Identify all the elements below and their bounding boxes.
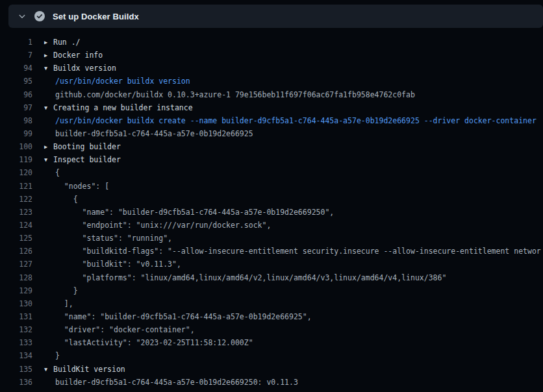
log-line: 128 "platforms": "linux/amd64,linux/amd6… [0, 271, 543, 284]
log-group-label: Docker info [53, 51, 103, 60]
line-number[interactable]: 119 [0, 153, 32, 166]
log-output-text: "endpoint": "unix:///var/run/docker.sock… [32, 219, 271, 232]
log-line: 132 "driver": "docker-container", [0, 323, 543, 336]
line-number[interactable]: 126 [0, 245, 32, 258]
log-line: 127 "buildkit": "v0.11.3", [0, 258, 543, 271]
line-number[interactable]: 96 [0, 88, 32, 101]
log-output-text: "buildkitd-flags": "--allow-insecure-ent… [32, 245, 541, 258]
log-line: 96github.com/docker/buildx 0.10.3+azure-… [0, 88, 543, 101]
log-line: 95/usr/bin/docker buildx version [0, 75, 543, 88]
line-number[interactable]: 121 [0, 180, 32, 193]
log-group-toggle[interactable]: ▼Inspect builder [32, 153, 121, 166]
log-line[interactable]: 100▶Booting builder [0, 140, 543, 153]
line-number[interactable]: 134 [0, 349, 32, 362]
log-output-text: "status": "running", [32, 232, 172, 245]
log-output-text: builder-d9cfb5a1-c764-445a-a57e-0b19d2e6… [32, 127, 253, 140]
log-output-text: { [32, 193, 78, 206]
line-number[interactable]: 94 [0, 62, 32, 75]
log-group-label: BuildKit version [53, 365, 125, 374]
line-number[interactable]: 100 [0, 140, 32, 153]
triangle-down-icon[interactable]: ▼ [44, 153, 53, 166]
log-output-text: } [32, 284, 78, 297]
log-line: 125 "status": "running", [0, 232, 543, 245]
log-group-toggle[interactable]: ▶Run ./ [32, 36, 81, 49]
log-group-toggle[interactable]: ▶Booting builder [32, 140, 121, 153]
log-group-label: Creating a new builder instance [53, 103, 193, 112]
log-line: 131 "name": "builder-d9cfb5a1-c764-445a-… [0, 310, 543, 323]
line-number[interactable]: 123 [0, 206, 32, 219]
log-output-text: github.com/docker/buildx 0.10.3+azure-1 … [32, 88, 415, 101]
line-number[interactable]: 7 [0, 49, 32, 62]
log-group-toggle[interactable]: ▼BuildKit version [32, 363, 125, 376]
line-number[interactable]: 1 [0, 36, 32, 49]
log-output-text: "driver": "docker-container", [32, 323, 195, 336]
log-line: 129 } [0, 284, 543, 297]
log-line: 120{ [0, 166, 543, 179]
check-circle-icon [34, 11, 45, 21]
log-line: 98/usr/bin/docker buildx create --name b… [0, 114, 543, 127]
log-output-text: "lastActivity": "2023-02-25T11:58:12.000… [32, 336, 253, 349]
log-line[interactable]: 1▶Run ./ [0, 36, 543, 49]
log-line: 121 "nodes": [ [0, 180, 543, 193]
log-group-label: Run ./ [53, 38, 81, 47]
log-line: 122 { [0, 193, 543, 206]
log-output-text: "platforms": "linux/amd64,linux/amd64/v2… [32, 271, 446, 284]
log-command-text: /usr/bin/docker buildx version [32, 75, 190, 88]
log-output-text: builder-d9cfb5a1-c764-445a-a57e-0b19d2e6… [32, 376, 298, 389]
log-line[interactable]: 97▼Creating a new builder instance [0, 101, 543, 114]
line-number[interactable]: 129 [0, 284, 32, 297]
step-header[interactable]: Set up Docker Buildx [8, 5, 543, 28]
triangle-right-icon[interactable]: ▶ [44, 49, 53, 62]
log-output-text: "name": "builder-d9cfb5a1-c764-445a-a57e… [32, 206, 334, 219]
log-line: 133 "lastActivity": "2023-02-25T11:58:12… [0, 336, 543, 349]
log-line: 124 "endpoint": "unix:///var/run/docker.… [0, 219, 543, 232]
log-group-toggle[interactable]: ▼Creating a new builder instance [32, 101, 193, 114]
log-output-text: } [32, 349, 60, 362]
log-output-text: ], [32, 297, 73, 310]
log-line: 134} [0, 349, 543, 362]
log-line[interactable]: 119▼Inspect builder [0, 153, 543, 166]
log-output-text: "nodes": [ [32, 180, 109, 193]
line-number[interactable]: 128 [0, 271, 32, 284]
log-line: 123 "name": "builder-d9cfb5a1-c764-445a-… [0, 206, 543, 219]
line-number[interactable]: 133 [0, 336, 32, 349]
step-title: Set up Docker Buildx [53, 12, 139, 21]
log-group-toggle[interactable]: ▶Docker info [32, 49, 103, 62]
line-number[interactable]: 124 [0, 219, 32, 232]
line-number[interactable]: 131 [0, 310, 32, 323]
line-number[interactable]: 122 [0, 193, 32, 206]
line-number[interactable]: 127 [0, 258, 32, 271]
triangle-right-icon[interactable]: ▶ [44, 140, 53, 153]
chevron-down-icon[interactable] [18, 12, 27, 21]
line-number[interactable]: 136 [0, 376, 32, 389]
line-number[interactable]: 98 [0, 114, 32, 127]
log-output-text: "buildkit": "v0.11.3", [32, 258, 181, 271]
triangle-right-icon[interactable]: ▶ [44, 36, 53, 49]
line-number[interactable]: 132 [0, 323, 32, 336]
log-group-toggle[interactable]: ▼Buildx version [32, 62, 116, 75]
line-number[interactable]: 125 [0, 232, 32, 245]
line-number[interactable]: 135 [0, 363, 32, 376]
line-number[interactable]: 97 [0, 101, 32, 114]
line-number[interactable]: 95 [0, 75, 32, 88]
log-line: 130 ], [0, 297, 543, 310]
log-output-text: { [32, 166, 60, 179]
line-number[interactable]: 130 [0, 297, 32, 310]
triangle-down-icon[interactable]: ▼ [44, 101, 53, 114]
log-output-text: "name": "builder-d9cfb5a1-c764-445a-a57e… [32, 310, 312, 323]
log-group-label: Buildx version [53, 64, 116, 73]
log-line[interactable]: 7▶Docker info [0, 49, 543, 62]
triangle-down-icon[interactable]: ▼ [44, 62, 53, 75]
log-group-label: Booting builder [53, 142, 121, 151]
log-line: 136builder-d9cfb5a1-c764-445a-a57e-0b19d… [0, 376, 543, 389]
log-lines: 1▶Run ./7▶Docker info94▼Buildx version95… [0, 36, 543, 389]
line-number[interactable]: 99 [0, 127, 32, 140]
log-line[interactable]: 94▼Buildx version [0, 62, 543, 75]
log-group-label: Inspect builder [53, 155, 121, 164]
log-line: 126 "buildkitd-flags": "--allow-insecure… [0, 245, 543, 258]
log-command-text: /usr/bin/docker buildx create --name bui… [32, 114, 537, 127]
log-line[interactable]: 135▼BuildKit version [0, 363, 543, 376]
triangle-down-icon[interactable]: ▼ [44, 363, 53, 376]
log-line: 99builder-d9cfb5a1-c764-445a-a57e-0b19d2… [0, 127, 543, 140]
line-number[interactable]: 120 [0, 166, 32, 179]
